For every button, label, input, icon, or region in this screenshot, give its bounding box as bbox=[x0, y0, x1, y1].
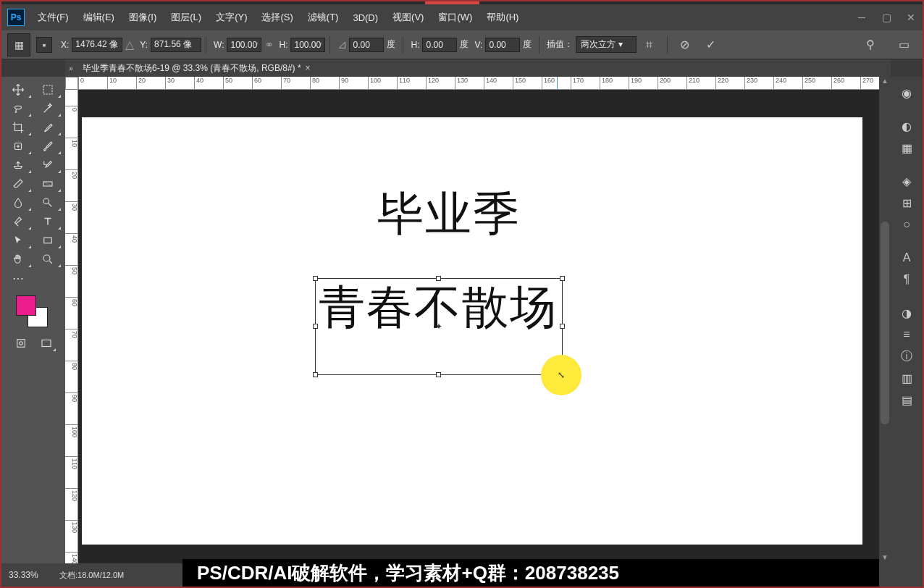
h-input[interactable] bbox=[290, 38, 325, 52]
skew-h-input[interactable] bbox=[422, 38, 457, 52]
rectangle-tool[interactable] bbox=[34, 232, 62, 249]
menu-3d[interactable]: 3D(D) bbox=[345, 12, 385, 23]
type-tool[interactable] bbox=[34, 213, 62, 230]
transform-handle-tc[interactable] bbox=[436, 276, 441, 281]
canvas-text-title[interactable]: 毕业季 bbox=[377, 182, 521, 245]
swap-xy-icon[interactable]: △ bbox=[124, 39, 135, 51]
history-brush-tool[interactable] bbox=[34, 156, 62, 174]
eraser-tool[interactable] bbox=[4, 175, 32, 193]
properties-panel-icon[interactable]: ▥ bbox=[895, 368, 918, 388]
x-input[interactable] bbox=[72, 38, 122, 52]
skew-v-label: V: bbox=[474, 40, 482, 50]
swatches-panel-icon[interactable]: ▦ bbox=[895, 138, 918, 158]
path-selection-tool[interactable] bbox=[4, 232, 32, 249]
foreground-color-swatch[interactable] bbox=[16, 295, 36, 316]
y-input[interactable] bbox=[151, 38, 201, 52]
w-input[interactable] bbox=[227, 38, 261, 52]
transform-handle-tr[interactable] bbox=[560, 276, 565, 281]
ruler-tick: 130 bbox=[65, 520, 78, 533]
cancel-transform-button[interactable]: ⊘ bbox=[676, 36, 694, 54]
info-panel-icon[interactable]: ⓘ bbox=[895, 346, 918, 366]
document-tab[interactable]: 毕业季青春不散场6-19 @ 33.3% (青春不散场, RGB/8#) * × bbox=[77, 62, 316, 75]
transform-center-point[interactable]: ✦ bbox=[435, 323, 442, 330]
clone-stamp-tool[interactable] bbox=[4, 156, 32, 174]
reference-point-icon[interactable]: ▪ bbox=[36, 37, 52, 53]
dodge-tool[interactable] bbox=[34, 194, 62, 211]
menu-window[interactable]: 窗口(W) bbox=[431, 11, 479, 24]
cc-libraries-icon[interactable]: ◉ bbox=[895, 83, 918, 103]
brush-tool[interactable] bbox=[34, 138, 62, 155]
warp-mode-button[interactable]: ⌗ bbox=[641, 36, 658, 54]
rotate-input[interactable] bbox=[349, 38, 384, 52]
separator bbox=[206, 36, 206, 54]
quick-mask-button[interactable] bbox=[10, 335, 31, 352]
transform-tool-icon[interactable]: ▦ bbox=[7, 33, 30, 56]
skew-h-unit: 度 bbox=[460, 38, 469, 51]
magic-wand-tool[interactable] bbox=[34, 100, 62, 117]
transform-bounding-box[interactable]: 青春不散场 ✦ bbox=[315, 278, 563, 375]
horizontal-ruler[interactable]: 0102030405060708090100110120130140150160… bbox=[78, 77, 879, 90]
healing-brush-tool[interactable] bbox=[4, 138, 32, 155]
transform-handle-tl[interactable] bbox=[313, 276, 318, 281]
menu-filter[interactable]: 滤镜(T) bbox=[301, 11, 346, 24]
vertical-scrollbar[interactable]: ▲ ▼ bbox=[879, 77, 891, 563]
hand-tool[interactable] bbox=[4, 251, 32, 268]
close-button[interactable]: ✕ bbox=[905, 12, 917, 23]
paragraph-panel-icon[interactable]: ¶ bbox=[895, 269, 918, 290]
blur-tool[interactable] bbox=[4, 194, 32, 211]
pen-tool[interactable] bbox=[4, 213, 32, 230]
minimize-button[interactable]: ─ bbox=[856, 12, 868, 23]
adjustments-panel-icon[interactable]: ◑ bbox=[895, 303, 918, 323]
zoom-level[interactable]: 33.33% bbox=[9, 570, 59, 580]
app-logo[interactable]: Ps bbox=[7, 9, 25, 26]
zoom-tool[interactable] bbox=[34, 251, 62, 268]
menu-view[interactable]: 视图(V) bbox=[385, 11, 431, 24]
ruler-tick: 240 bbox=[773, 77, 786, 90]
tab-close-icon[interactable]: × bbox=[306, 63, 311, 73]
transform-handle-bl[interactable] bbox=[313, 372, 318, 377]
screen-mode-button[interactable] bbox=[35, 335, 56, 352]
menu-layer[interactable]: 图层(L) bbox=[164, 11, 209, 24]
character-panel-icon[interactable]: A bbox=[895, 248, 918, 268]
menu-select[interactable]: 选择(S) bbox=[254, 11, 300, 24]
commit-transform-button[interactable]: ✓ bbox=[702, 36, 720, 54]
menu-help[interactable]: 帮助(H) bbox=[479, 11, 526, 24]
color-panel-icon[interactable]: ◐ bbox=[895, 116, 918, 136]
maximize-button[interactable]: ▢ bbox=[881, 12, 892, 23]
scrollbar-thumb[interactable] bbox=[881, 222, 889, 424]
link-wh-icon[interactable]: ⚭ bbox=[263, 39, 274, 51]
gradient-tool[interactable] bbox=[34, 175, 62, 193]
menu-file[interactable]: 文件(F) bbox=[30, 11, 76, 24]
ruler-tick: 90 bbox=[339, 77, 348, 90]
tab-expand-icon[interactable]: » bbox=[65, 64, 77, 72]
transform-handle-mr[interactable] bbox=[560, 324, 565, 329]
skew-v-input[interactable] bbox=[485, 38, 520, 52]
interp-dropdown[interactable]: 两次立方 ▾ bbox=[576, 36, 636, 53]
transform-handle-ml[interactable] bbox=[313, 324, 318, 329]
document-info[interactable]: 文档:18.0M/12.0M bbox=[59, 570, 161, 581]
eyedropper-tool[interactable] bbox=[34, 119, 62, 136]
layers-panel-icon[interactable]: ◈ bbox=[895, 171, 918, 191]
scroll-down-icon[interactable]: ▼ bbox=[879, 553, 891, 563]
marquee-tool[interactable] bbox=[34, 81, 62, 98]
search-icon[interactable]: ⚲ bbox=[862, 36, 879, 54]
workspace-icon[interactable]: ▭ bbox=[895, 36, 912, 54]
vertical-ruler[interactable]: 100102030405060708090100110120130140150 bbox=[65, 90, 78, 563]
menu-image[interactable]: 图像(I) bbox=[122, 11, 164, 24]
menu-edit[interactable]: 编辑(E) bbox=[76, 11, 122, 24]
transform-handle-bc[interactable] bbox=[436, 372, 441, 377]
channels-panel-icon[interactable]: ⊞ bbox=[895, 193, 918, 213]
menu-type[interactable]: 文字(Y) bbox=[209, 11, 254, 24]
scroll-up-icon[interactable]: ▲ bbox=[879, 77, 891, 87]
crop-tool[interactable] bbox=[4, 119, 32, 136]
color-swatches[interactable] bbox=[16, 295, 48, 327]
histogram-panel-icon[interactable]: ▤ bbox=[895, 390, 918, 410]
styles-panel-icon[interactable]: ≡ bbox=[895, 324, 918, 345]
canvas-viewport[interactable]: 毕业季 青春不散场 ✦ ⤡ bbox=[78, 90, 879, 563]
paths-panel-icon[interactable]: ○ bbox=[895, 214, 918, 235]
edit-toolbar[interactable]: ⋯ bbox=[4, 269, 32, 287]
document-canvas[interactable]: 毕业季 青春不散场 ✦ ⤡ bbox=[82, 117, 862, 545]
move-tool[interactable] bbox=[4, 81, 32, 98]
lasso-tool[interactable] bbox=[4, 100, 32, 117]
ruler-origin[interactable] bbox=[65, 77, 78, 90]
